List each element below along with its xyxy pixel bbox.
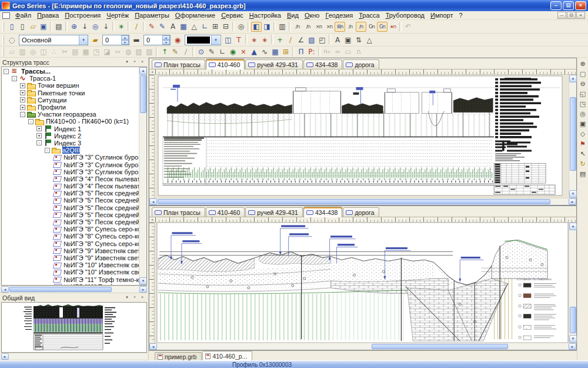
top-doc-horizontal-scrollbar[interactable]: ◄ ► (149, 198, 576, 205)
height-plus-icon[interactable]: Н+ (322, 47, 332, 57)
overview-horizontal-scrollbar[interactable]: ► (1, 353, 147, 360)
copy-view-icon[interactable]: ◳ (91, 47, 102, 57)
tree-item[interactable]: №ИГЭ "3" Суглинок буро-серый (2, 154, 139, 161)
insert-symbol-icon[interactable]: △ (189, 22, 199, 32)
vegetation-icon[interactable]: ↑ (159, 47, 170, 57)
zoom-in-icon[interactable]: ⊕ (578, 59, 588, 69)
bottom-doc-horizontal-scrollbar[interactable]: ◄ ► (149, 343, 576, 350)
line-weight-icon[interactable]: ▬ (131, 35, 142, 45)
tree-item[interactable]: №ИГЭ "3" Суглинок буро-серый (2, 168, 139, 175)
circle-tool-icon[interactable]: ◍ (123, 47, 133, 57)
tree-item[interactable]: №ИГЭ "5" Песок средней крупн (2, 211, 139, 218)
tree-item[interactable]: №ИГЭ "8" Супесь серо-коричнев (2, 226, 139, 233)
color-combobox[interactable]: ▾ (185, 35, 221, 45)
minimize-button[interactable]: – (550, 1, 562, 10)
tree-vertical-scrollbar[interactable]: ▲ ▼ (139, 67, 146, 285)
profile-mode-icon[interactable]: Р: (306, 47, 317, 57)
menu-item[interactable]: Правка (34, 12, 62, 19)
insert-raster-icon[interactable]: ▦ (178, 22, 189, 32)
insert-table-icon[interactable]: ⊞ (210, 22, 220, 32)
snap-cross-icon[interactable]: ×n (324, 22, 335, 32)
zoom-actual-icon[interactable]: ▣ (578, 119, 588, 129)
snap-nearest-icon[interactable]: ∕n (292, 22, 303, 32)
vertical-text-icon[interactable]: Т (233, 35, 244, 45)
mdi-close-button[interactable]: × (576, 12, 585, 19)
search-object-icon[interactable]: ◎ (90, 22, 101, 32)
view-tab[interactable]: дорога (343, 59, 379, 69)
find-profile-icon[interactable]: ◎ (28, 47, 38, 57)
view-tab[interactable]: дорога (343, 207, 379, 217)
tree-expander[interactable]: - (12, 76, 17, 81)
text-style-icon[interactable]: А (332, 35, 343, 45)
tree-item[interactable]: + Точки вершин (2, 82, 139, 89)
select-crosshair-icon[interactable]: + (275, 35, 285, 45)
menu-item[interactable]: Чертёж (103, 12, 132, 19)
geotable-icon[interactable]: ⊞ (280, 47, 291, 57)
tree-item[interactable]: №ИГЭ "10" Известняк светло-сер (2, 268, 139, 276)
panel-close-icon[interactable]: × (139, 294, 146, 301)
tree-expander[interactable]: + (36, 133, 42, 138)
sheets-icon[interactable]: ▤ (578, 169, 588, 179)
zoom-previous-icon[interactable]: ◎ (578, 109, 588, 119)
undo-icon[interactable]: ↶ (403, 22, 413, 32)
tree-item[interactable]: - Трассы... (2, 68, 139, 75)
tree-expander[interactable]: - (28, 119, 34, 124)
tree-item[interactable]: + Индекс 2 (2, 132, 139, 140)
chevron-down-icon[interactable]: ▾ (79, 35, 88, 45)
protractor-icon[interactable]: ◉ (228, 47, 238, 57)
tree-item[interactable]: + Пикетные точки (2, 89, 139, 97)
georaster-icon[interactable]: ▦ (270, 47, 280, 57)
search-point-icon[interactable]: ⊕ (69, 22, 79, 32)
draw-polyline-icon[interactable]: ✎ (157, 22, 168, 32)
project-properties-icon[interactable]: ▥ (17, 47, 28, 57)
tree-expander[interactable]: + (20, 105, 25, 110)
zoom-extents-icon[interactable]: ▢ (578, 69, 588, 79)
more-tools-icon[interactable]: ∴ (49, 47, 59, 57)
hatch-region-icon[interactable]: ▧ (306, 35, 317, 45)
geosection-drawing-bottom[interactable]: УСЛОВНЫЕ ОБОЗНАЧЕНИЯ (155, 223, 569, 343)
text-icon[interactable]: A (168, 22, 178, 32)
sheet-layout-icon[interactable]: ⊟ (220, 22, 231, 32)
new-from-template-icon[interactable]: ▯ (17, 22, 28, 32)
draw-line-icon[interactable]: ✎ (146, 22, 157, 32)
tree-item[interactable]: №ИГЭ "9" Известняк светло-сер (2, 247, 139, 254)
snap-point-icon[interactable]: Gn (366, 22, 377, 32)
tree-item[interactable]: - Участки георазреза (2, 111, 139, 118)
tree-item[interactable]: №ИГЭ "4" Песок пылеватый жел (2, 183, 139, 190)
tree-expander[interactable]: + (20, 97, 25, 102)
erase-segment-icon[interactable]: ∕ (131, 22, 142, 32)
search-object-options-icon[interactable]: ↓ (101, 22, 111, 32)
menu-item[interactable]: Настройка (246, 12, 284, 19)
tree-item[interactable]: №ИГЭ "11" Торф темно-коричнев (2, 283, 139, 285)
edit-polyline-icon[interactable]: ∠ (296, 35, 306, 45)
profile-drawing-top[interactable] (155, 75, 569, 198)
color-mode-icon[interactable]: ◉ (172, 35, 183, 45)
menu-item[interactable]: Параметры (132, 12, 172, 19)
spin-up-icon[interactable]: ▲ (162, 35, 170, 40)
wave-icon[interactable]: ≈ (332, 47, 343, 57)
hatch-a-icon[interactable]: ▧ (133, 47, 144, 57)
tree-item[interactable]: - a2QIII (2, 147, 139, 154)
offset-spinner[interactable]: 0 ▲ ▼ (102, 35, 129, 45)
dimension-icon[interactable]: ∟ (199, 22, 210, 32)
measure-angle-icon[interactable]: ∟ (217, 47, 228, 57)
frame-toggle-icon[interactable]: ◫ (223, 35, 233, 45)
properties-icon[interactable]: ▥ (277, 22, 288, 32)
width-spinner[interactable]: 0 ▲ ▼ (143, 35, 171, 45)
tree-item[interactable]: №ИГЭ "5" Песок средней крупн (2, 190, 139, 197)
copy-style-icon[interactable]: ▣ (343, 35, 353, 45)
mdi-restore-button[interactable]: ⊡ (567, 12, 576, 19)
tree-item[interactable]: №ИГЭ "10" Известняк светло-сер (2, 261, 139, 268)
redraw-icon[interactable]: ↻ (578, 159, 588, 169)
geodesy-point-icon[interactable]: ⊙ (196, 47, 206, 57)
tree-item[interactable]: + Ситуации (2, 97, 139, 104)
grey-slash-icon[interactable]: ∕ (181, 47, 191, 57)
shade-icon[interactable]: ◪ (102, 47, 112, 57)
overview-canvas[interactable] (1, 302, 147, 353)
bottom-doc-vertical-scrollbar[interactable]: ▲ ▼ (569, 223, 576, 343)
pin-icon[interactable]: + (131, 294, 138, 301)
tree-item[interactable]: №ИГЭ "5" Песок средней крупн (2, 218, 139, 226)
close-button[interactable]: × (575, 1, 586, 10)
snap-grid-icon[interactable]: ⊞n (335, 22, 345, 32)
tree-item[interactable]: №ИГЭ "9" Известняк светло-сер (2, 254, 139, 261)
